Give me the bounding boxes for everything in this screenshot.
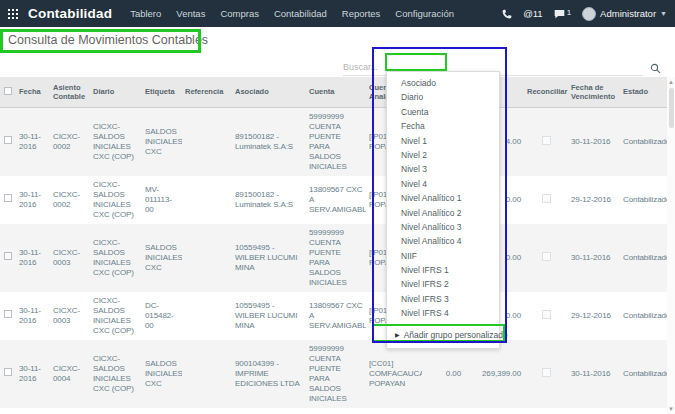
cell-etiqueta (142, 408, 182, 414)
moves-table: FechaAsiento ContableDiarioEtiquetaRefer… (0, 77, 675, 414)
row-checkbox[interactable] (4, 310, 12, 318)
cell-select (0, 224, 16, 292)
cell-asiento (50, 408, 90, 414)
cell-asociado: 891500182 - Luminatek S.A:S (232, 176, 306, 224)
group-by-option[interactable]: Fecha (387, 119, 499, 133)
cell-diario: CICXC-SALDOS INICIALES CXC (COP) (90, 224, 142, 292)
cell-etiqueta: SALDOS INICIALES CXC (142, 224, 182, 292)
table-row[interactable]: 30-11-2016CICXC-0003CICXC-SALDOS INICIAL… (0, 292, 675, 340)
column-header[interactable]: Asociado (232, 77, 306, 107)
cell-reconciliar (524, 176, 568, 224)
messages-count: 1 (567, 8, 571, 17)
reconcile-checkbox[interactable] (542, 136, 551, 145)
scrollbar-thumb[interactable] (669, 88, 674, 128)
vertical-scrollbar[interactable]: ▲ ▼ (667, 77, 675, 414)
top-menu-item[interactable]: Contabilidad (274, 8, 327, 19)
group-by-option[interactable]: Asociado (387, 76, 499, 90)
top-menu-item[interactable]: Ventas (176, 8, 205, 19)
reconcile-checkbox[interactable] (542, 368, 551, 377)
group-by-option[interactable]: Nivel IFRS 3 (387, 292, 499, 306)
control-panel: Consulta de Movimientos Contables Filtro… (0, 27, 675, 77)
column-header[interactable]: Fecha (16, 77, 50, 107)
cell-select (0, 408, 16, 414)
row-checkbox[interactable] (4, 194, 12, 202)
search-icon[interactable] (650, 60, 661, 78)
add-custom-group-item[interactable]: ▶ Añadir grupo personalizado (387, 328, 499, 342)
table-row[interactable]: CICXC-SALDOS INICIALES CXC (COP) (0, 408, 675, 414)
user-menu[interactable]: Administrator ▼ (582, 7, 667, 21)
reconcile-checkbox[interactable] (542, 252, 551, 261)
column-header[interactable]: Diario (90, 77, 142, 107)
cell-diario: CICXC-SALDOS INICIALES CXC (COP) (90, 340, 142, 408)
group-by-option[interactable]: Nivel Analítico 1 (387, 191, 499, 205)
cell-select (0, 107, 16, 176)
cell-referencia (182, 107, 232, 176)
group-by-option[interactable]: Nivel IFRS 4 (387, 306, 499, 320)
cell-asiento: CICXC-0003 (50, 292, 90, 340)
cell-referencia (182, 408, 232, 414)
cell-haber (464, 408, 524, 414)
cell-reconciliar (524, 107, 568, 176)
cell-diario: CICXC-SALDOS INICIALES CXC (COP) (90, 107, 142, 176)
phone-icon[interactable] (502, 9, 512, 19)
cell-cuenta: 59999999 CUENTA PUENTE PARA SALDOS INICI… (306, 107, 366, 176)
table-row[interactable]: 30-11-2016CICXC-0002CICXC-SALDOS INICIAL… (0, 107, 675, 176)
scroll-up-icon[interactable]: ▲ (667, 79, 675, 85)
group-by-option[interactable]: Nivel 2 (387, 148, 499, 162)
table-row[interactable]: 30-11-2016CICXC-0003CICXC-SALDOS INICIAL… (0, 224, 675, 292)
group-by-option[interactable]: Cuenta (387, 105, 499, 119)
top-menu-item[interactable]: Tablero (130, 8, 161, 19)
cell-diario: CICXC-SALDOS INICIALES CXC (COP) (90, 292, 142, 340)
cell-diario: CICXC-SALDOS INICIALES CXC (COP) (90, 408, 142, 414)
group-by-option[interactable]: Nivel Analítico 2 (387, 206, 499, 220)
scroll-down-icon[interactable]: ▼ (667, 406, 675, 412)
cell-fecha: 30-11-2016 (16, 340, 50, 408)
group-by-options: AsociadoDiarioCuentaFechaNivel 1Nivel 2N… (387, 76, 499, 321)
table-row[interactable]: 30-11-2016CICXC-0002CICXC-SALDOS INICIAL… (0, 176, 675, 224)
cell-etiqueta: MV-011113-00 (142, 176, 182, 224)
list-view: FechaAsiento ContableDiarioEtiquetaRefer… (0, 77, 675, 414)
cell-reconciliar (524, 292, 568, 340)
row-checkbox[interactable] (4, 136, 12, 144)
group-by-option[interactable]: Nivel Analítico 3 (387, 220, 499, 234)
top-menu-item[interactable]: Compras (220, 8, 259, 19)
column-header[interactable]: Cuenta (306, 77, 366, 107)
group-by-option[interactable]: Nivel 4 (387, 177, 499, 191)
app-title[interactable]: Contabilidad (28, 6, 112, 21)
column-header[interactable]: Referencia (182, 77, 232, 107)
table-row[interactable]: 30-11-2016CICXC-0004CICXC-SALDOS INICIAL… (0, 340, 675, 408)
reconcile-checkbox[interactable] (542, 310, 551, 319)
reconcile-checkbox[interactable] (542, 194, 551, 203)
row-checkbox[interactable] (4, 368, 12, 376)
cell-fecha (16, 408, 50, 414)
messages-icon[interactable]: 1 (554, 9, 571, 19)
select-all-checkbox[interactable] (4, 87, 12, 95)
column-header[interactable]: Etiqueta (142, 77, 182, 107)
cell-select (0, 292, 16, 340)
group-by-option[interactable]: Nivel IFRS 2 (387, 277, 499, 291)
group-by-option[interactable]: Diario (387, 90, 499, 104)
row-checkbox[interactable] (4, 252, 12, 260)
group-by-option[interactable]: Nivel 3 (387, 162, 499, 176)
cell-etiqueta: DC-015482-00 (142, 292, 182, 340)
apps-grid-icon[interactable] (0, 0, 26, 27)
group-by-option[interactable]: Nivel 1 (387, 134, 499, 148)
group-by-option[interactable]: Nivel Analítico 4 (387, 234, 499, 248)
cell-asociado: 10559495 - WILBER LUCUMI MINA (232, 292, 306, 340)
cell-vencimiento: 29-12-2016 (568, 292, 620, 340)
cell-asiento: CICXC-0002 (50, 107, 90, 176)
group-by-option[interactable]: Nivel IFRS 1 (387, 263, 499, 277)
group-by-option[interactable]: NIIF (387, 249, 499, 263)
breadcrumb[interactable]: Consulta de Movimientos Contables (8, 33, 208, 47)
column-header[interactable]: Asiento Contable (50, 77, 90, 107)
top-menu-item[interactable]: Reportes (342, 8, 381, 19)
cell-referencia (182, 224, 232, 292)
avatar (582, 7, 596, 21)
cell-diario: CICXC-SALDOS INICIALES CXC (COP) (90, 176, 142, 224)
cell-select (0, 176, 16, 224)
column-header[interactable]: Fecha de Vencimiento (568, 77, 620, 107)
column-header[interactable]: Reconciliar (524, 77, 568, 107)
activities-badge[interactable]: @11 (523, 8, 543, 19)
top-menu-item[interactable]: Configuración (395, 8, 454, 19)
cell-reconciliar (524, 340, 568, 408)
